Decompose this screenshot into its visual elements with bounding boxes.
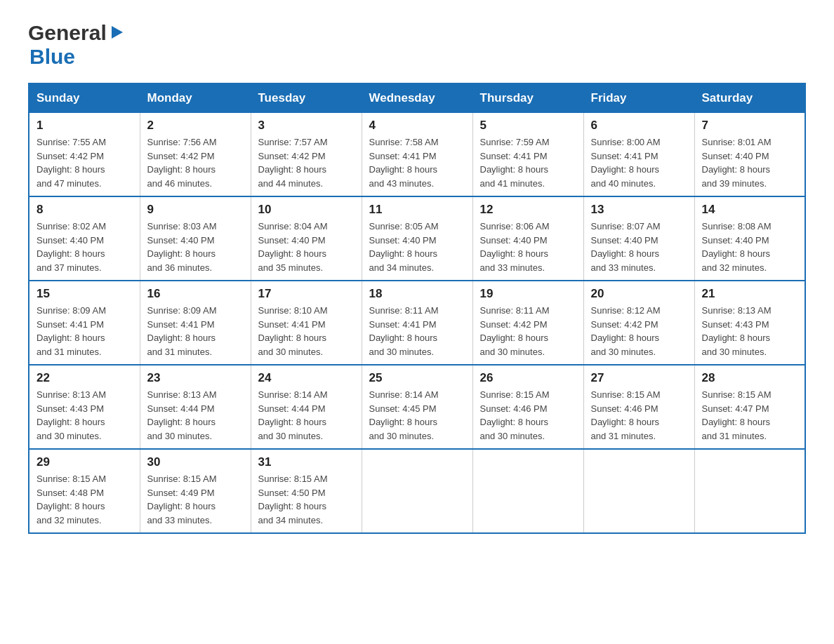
day-number-29: 29 <box>37 455 133 469</box>
day-info-27: Sunrise: 8:15 AMSunset: 4:46 PMDaylight:… <box>591 388 687 443</box>
day-number-20: 20 <box>591 287 687 301</box>
calendar-day-27: 27 Sunrise: 8:15 AMSunset: 4:46 PMDaylig… <box>583 365 694 449</box>
day-info-4: Sunrise: 7:58 AMSunset: 4:41 PMDaylight:… <box>369 135 465 190</box>
day-number-28: 28 <box>702 371 798 385</box>
calendar-day-30: 30 Sunrise: 8:15 AMSunset: 4:49 PMDaylig… <box>140 449 251 533</box>
day-info-6: Sunrise: 8:00 AMSunset: 4:41 PMDaylight:… <box>591 135 687 190</box>
day-info-22: Sunrise: 8:13 AMSunset: 4:43 PMDaylight:… <box>37 388 133 443</box>
day-number-4: 4 <box>369 119 465 133</box>
svg-marker-0 <box>112 26 123 39</box>
day-info-19: Sunrise: 8:11 AMSunset: 4:42 PMDaylight:… <box>480 304 576 358</box>
day-info-31: Sunrise: 8:15 AMSunset: 4:50 PMDaylight:… <box>258 472 355 527</box>
calendar-week-3: 15 Sunrise: 8:09 AMSunset: 4:41 PMDaylig… <box>29 281 805 365</box>
day-info-5: Sunrise: 7:59 AMSunset: 4:41 PMDaylight:… <box>480 135 576 190</box>
logo-general-text: General <box>28 21 107 45</box>
empty-cell <box>583 449 694 533</box>
day-number-7: 7 <box>702 119 798 133</box>
logo-blue-text: Blue <box>29 45 75 68</box>
day-number-12: 12 <box>480 203 576 217</box>
day-info-16: Sunrise: 8:09 AMSunset: 4:41 PMDaylight:… <box>147 304 244 358</box>
day-number-17: 17 <box>258 287 355 301</box>
day-number-6: 6 <box>591 119 687 133</box>
day-number-16: 16 <box>147 287 244 301</box>
calendar-day-21: 21 Sunrise: 8:13 AMSunset: 4:43 PMDaylig… <box>694 281 805 365</box>
day-info-30: Sunrise: 8:15 AMSunset: 4:49 PMDaylight:… <box>147 472 244 527</box>
day-number-14: 14 <box>702 203 798 217</box>
calendar-day-17: 17 Sunrise: 8:10 AMSunset: 4:41 PMDaylig… <box>251 281 362 365</box>
calendar-day-28: 28 Sunrise: 8:15 AMSunset: 4:47 PMDaylig… <box>694 365 805 449</box>
day-info-1: Sunrise: 7:55 AMSunset: 4:42 PMDaylight:… <box>37 135 133 190</box>
day-number-13: 13 <box>591 203 687 217</box>
logo: General Blue <box>28 21 124 69</box>
day-number-10: 10 <box>258 203 355 217</box>
calendar-day-26: 26 Sunrise: 8:15 AMSunset: 4:46 PMDaylig… <box>472 365 583 449</box>
empty-cell <box>472 449 583 533</box>
day-number-15: 15 <box>37 287 133 301</box>
day-info-12: Sunrise: 8:06 AMSunset: 4:40 PMDaylight:… <box>480 220 576 274</box>
day-info-14: Sunrise: 8:08 AMSunset: 4:40 PMDaylight:… <box>702 220 798 274</box>
day-info-10: Sunrise: 8:04 AMSunset: 4:40 PMDaylight:… <box>258 220 355 274</box>
day-header-tuesday: Tuesday <box>251 83 362 113</box>
calendar-day-4: 4 Sunrise: 7:58 AMSunset: 4:41 PMDayligh… <box>362 113 472 197</box>
calendar-day-29: 29 Sunrise: 8:15 AMSunset: 4:48 PMDaylig… <box>29 449 140 533</box>
day-info-23: Sunrise: 8:13 AMSunset: 4:44 PMDaylight:… <box>147 388 244 443</box>
calendar-day-13: 13 Sunrise: 8:07 AMSunset: 4:40 PMDaylig… <box>583 196 694 281</box>
day-number-9: 9 <box>147 203 244 217</box>
day-header-wednesday: Wednesday <box>362 83 472 113</box>
day-info-3: Sunrise: 7:57 AMSunset: 4:42 PMDaylight:… <box>258 135 355 190</box>
calendar-day-5: 5 Sunrise: 7:59 AMSunset: 4:41 PMDayligh… <box>472 113 583 197</box>
calendar-day-12: 12 Sunrise: 8:06 AMSunset: 4:40 PMDaylig… <box>472 196 583 281</box>
day-number-21: 21 <box>702 287 798 301</box>
day-number-19: 19 <box>480 287 576 301</box>
calendar-day-14: 14 Sunrise: 8:08 AMSunset: 4:40 PMDaylig… <box>694 196 805 281</box>
calendar-day-2: 2 Sunrise: 7:56 AMSunset: 4:42 PMDayligh… <box>140 113 251 197</box>
day-number-24: 24 <box>258 371 355 385</box>
logo-triangle-icon <box>109 25 124 43</box>
calendar-week-4: 22 Sunrise: 8:13 AMSunset: 4:43 PMDaylig… <box>29 365 805 449</box>
calendar-day-8: 8 Sunrise: 8:02 AMSunset: 4:40 PMDayligh… <box>29 196 140 281</box>
day-number-23: 23 <box>147 371 244 385</box>
day-info-21: Sunrise: 8:13 AMSunset: 4:43 PMDaylight:… <box>702 304 798 358</box>
day-info-2: Sunrise: 7:56 AMSunset: 4:42 PMDaylight:… <box>147 135 244 190</box>
day-info-9: Sunrise: 8:03 AMSunset: 4:40 PMDaylight:… <box>147 220 244 274</box>
calendar-day-16: 16 Sunrise: 8:09 AMSunset: 4:41 PMDaylig… <box>140 281 251 365</box>
calendar-day-9: 9 Sunrise: 8:03 AMSunset: 4:40 PMDayligh… <box>140 196 251 281</box>
day-number-8: 8 <box>37 203 133 217</box>
day-info-26: Sunrise: 8:15 AMSunset: 4:46 PMDaylight:… <box>480 388 576 443</box>
calendar-day-20: 20 Sunrise: 8:12 AMSunset: 4:42 PMDaylig… <box>583 281 694 365</box>
day-info-29: Sunrise: 8:15 AMSunset: 4:48 PMDaylight:… <box>37 472 133 527</box>
day-info-15: Sunrise: 8:09 AMSunset: 4:41 PMDaylight:… <box>37 304 133 358</box>
day-info-18: Sunrise: 8:11 AMSunset: 4:41 PMDaylight:… <box>369 304 465 358</box>
calendar-day-10: 10 Sunrise: 8:04 AMSunset: 4:40 PMDaylig… <box>251 196 362 281</box>
day-number-31: 31 <box>258 455 355 469</box>
day-number-1: 1 <box>37 119 133 133</box>
calendar-day-7: 7 Sunrise: 8:01 AMSunset: 4:40 PMDayligh… <box>694 113 805 197</box>
calendar-day-15: 15 Sunrise: 8:09 AMSunset: 4:41 PMDaylig… <box>29 281 140 365</box>
day-info-20: Sunrise: 8:12 AMSunset: 4:42 PMDaylight:… <box>591 304 687 358</box>
day-info-8: Sunrise: 8:02 AMSunset: 4:40 PMDaylight:… <box>37 220 133 274</box>
day-info-7: Sunrise: 8:01 AMSunset: 4:40 PMDaylight:… <box>702 135 798 190</box>
day-info-28: Sunrise: 8:15 AMSunset: 4:47 PMDaylight:… <box>702 388 798 443</box>
calendar-day-1: 1 Sunrise: 7:55 AMSunset: 4:42 PMDayligh… <box>29 113 140 197</box>
day-info-13: Sunrise: 8:07 AMSunset: 4:40 PMDaylight:… <box>591 220 687 274</box>
day-number-22: 22 <box>37 371 133 385</box>
calendar-day-25: 25 Sunrise: 8:14 AMSunset: 4:45 PMDaylig… <box>362 365 472 449</box>
day-number-18: 18 <box>369 287 465 301</box>
day-header-thursday: Thursday <box>472 83 583 113</box>
day-number-30: 30 <box>147 455 244 469</box>
day-info-24: Sunrise: 8:14 AMSunset: 4:44 PMDaylight:… <box>258 388 355 443</box>
calendar-day-3: 3 Sunrise: 7:57 AMSunset: 4:42 PMDayligh… <box>251 113 362 197</box>
day-header-friday: Friday <box>583 83 694 113</box>
day-number-26: 26 <box>480 371 576 385</box>
day-header-monday: Monday <box>140 83 251 113</box>
day-number-25: 25 <box>369 371 465 385</box>
calendar-day-24: 24 Sunrise: 8:14 AMSunset: 4:44 PMDaylig… <box>251 365 362 449</box>
day-header-sunday: Sunday <box>29 83 140 113</box>
calendar-day-19: 19 Sunrise: 8:11 AMSunset: 4:42 PMDaylig… <box>472 281 583 365</box>
day-info-25: Sunrise: 8:14 AMSunset: 4:45 PMDaylight:… <box>369 388 465 443</box>
empty-cell <box>694 449 805 533</box>
day-header-saturday: Saturday <box>694 83 805 113</box>
day-number-3: 3 <box>258 119 355 133</box>
calendar-week-5: 29 Sunrise: 8:15 AMSunset: 4:48 PMDaylig… <box>29 449 805 533</box>
day-number-5: 5 <box>480 119 576 133</box>
